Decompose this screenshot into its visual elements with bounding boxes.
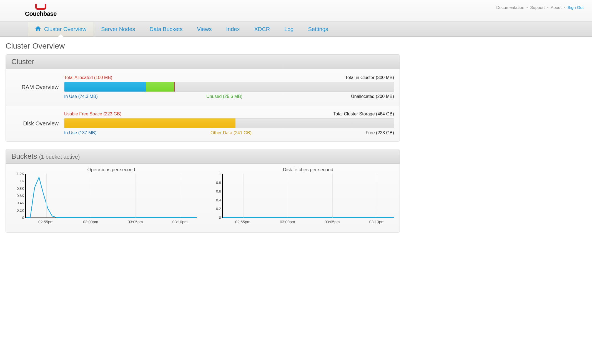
ops-chart: Operations per second 00.2K0.4K0.6K0.8K1…: [11, 167, 197, 225]
buckets-heading-text: Buckets: [11, 152, 37, 160]
separator: •: [564, 5, 565, 10]
cluster-panel: Cluster RAM Overview Total Allocated (10…: [6, 54, 400, 142]
tab-label: Cluster Overview: [44, 26, 86, 32]
tab-server-nodes[interactable]: Server Nodes: [94, 22, 142, 36]
ram-bottom-line: In Use (74.3 MB) Unused (25.6 MB) Unallo…: [64, 94, 394, 99]
tab-label: Server Nodes: [101, 26, 135, 32]
link-signout[interactable]: Sign Out: [568, 5, 584, 10]
tab-label: Views: [197, 26, 212, 32]
ram-allocated-marker: [174, 82, 175, 92]
top-links: Documentation • Support • About • Sign O…: [496, 0, 584, 21]
fetches-x-ticks: 02:55pm03:00pm03:05pm03:10pm: [222, 220, 394, 225]
ram-unused: Unused (25.6 MB): [98, 94, 351, 99]
disk-in-use: In Use (137 MB): [64, 130, 96, 135]
tab-label: Data Buckets: [150, 26, 183, 32]
disk-other-segment: [64, 118, 235, 128]
disk-overview-body: Usable Free Space (223 GB) Total Cluster…: [64, 112, 394, 135]
page-title: Cluster Overview: [6, 42, 400, 50]
ram-overview-row: RAM Overview Total Allocated (100 MB) To…: [6, 69, 400, 105]
charts-row: Operations per second 00.2K0.4K0.6K0.8K1…: [6, 164, 400, 232]
ram-in-use-segment: [64, 82, 146, 92]
tab-data-buckets[interactable]: Data Buckets: [142, 22, 190, 36]
link-about[interactable]: About: [551, 5, 561, 10]
brand-logo-mark: [35, 4, 46, 10]
ram-in-use: In Use (74.3 MB): [64, 94, 98, 99]
separator: •: [526, 5, 528, 10]
link-support[interactable]: Support: [530, 5, 545, 10]
ram-unused-segment: [146, 82, 174, 92]
disk-free: Free (223 GB): [366, 130, 394, 135]
fetches-chart: Disk fetches per second 00.20.40.60.81 0…: [208, 167, 394, 225]
cluster-panel-heading: Cluster: [6, 55, 400, 69]
disk-bottom-line: In Use (137 MB) Other Data (241 GB) Free…: [64, 130, 394, 135]
ram-total-allocated: Total Allocated (100 MB): [64, 75, 112, 80]
ops-chart-area: 00.2K0.4K0.6K0.8K1K1.2K: [25, 174, 197, 218]
ops-plot: [26, 174, 197, 218]
ops-x-ticks: 02:55pm03:00pm03:05pm03:10pm: [25, 220, 197, 225]
fetches-chart-area: 00.20.40.60.81: [222, 174, 394, 218]
ram-overview-label: RAM Overview: [11, 75, 64, 99]
ops-y-ticks: 00.2K0.4K0.6K0.8K1K1.2K: [12, 174, 24, 218]
tab-label: XDCR: [254, 26, 270, 32]
ram-total-in-cluster: Total in Cluster (300 MB): [345, 75, 394, 80]
separator: •: [547, 5, 548, 10]
disk-total-storage: Total Cluster Storage (464 GB): [333, 112, 394, 117]
ram-top-line: Total Allocated (100 MB) Total in Cluste…: [64, 75, 394, 80]
disk-other-data: Other Data (241 GB): [96, 130, 365, 135]
disk-overview-row: Disk Overview Usable Free Space (223 GB)…: [6, 105, 400, 141]
link-documentation[interactable]: Documentation: [496, 5, 524, 10]
tab-label: Log: [284, 26, 294, 32]
disk-top-line: Usable Free Space (223 GB) Total Cluster…: [64, 112, 394, 117]
disk-overview-label: Disk Overview: [11, 112, 64, 135]
disk-usable-free: Usable Free Space (223 GB): [64, 112, 121, 117]
buckets-panel-heading: Buckets (1 bucket active): [6, 149, 400, 164]
tab-log[interactable]: Log: [277, 22, 301, 36]
tab-label: Index: [226, 26, 240, 32]
top-bar: Couchbase Documentation • Support • Abou…: [0, 0, 592, 22]
main-nav: Cluster Overview Server Nodes Data Bucke…: [0, 22, 592, 37]
tab-settings[interactable]: Settings: [301, 22, 335, 36]
ram-unallocated: Unallocated (200 MB): [351, 94, 394, 99]
buckets-heading-sub: (1 bucket active): [39, 154, 80, 160]
tab-views[interactable]: Views: [190, 22, 219, 36]
ops-chart-title: Operations per second: [25, 167, 197, 173]
buckets-panel: Buckets (1 bucket active) Operations per…: [6, 149, 400, 233]
page-content: Cluster Overview Cluster RAM Overview To…: [0, 37, 405, 251]
tab-label: Settings: [308, 26, 328, 32]
fetches-plot: [223, 174, 394, 218]
tab-xdcr[interactable]: XDCR: [247, 22, 277, 36]
fetches-chart-title: Disk fetches per second: [222, 167, 394, 173]
tab-index[interactable]: Index: [219, 22, 247, 36]
fetches-y-ticks: 00.20.40.60.81: [209, 174, 221, 218]
tab-cluster-overview[interactable]: Cluster Overview: [28, 22, 94, 36]
disk-usage-bar: [64, 118, 394, 128]
ram-overview-body: Total Allocated (100 MB) Total in Cluste…: [64, 75, 394, 99]
brand-logo: Couchbase: [25, 4, 57, 17]
ram-usage-bar: [64, 82, 394, 92]
brand-logo-text: Couchbase: [25, 10, 57, 17]
home-icon: [35, 26, 41, 32]
